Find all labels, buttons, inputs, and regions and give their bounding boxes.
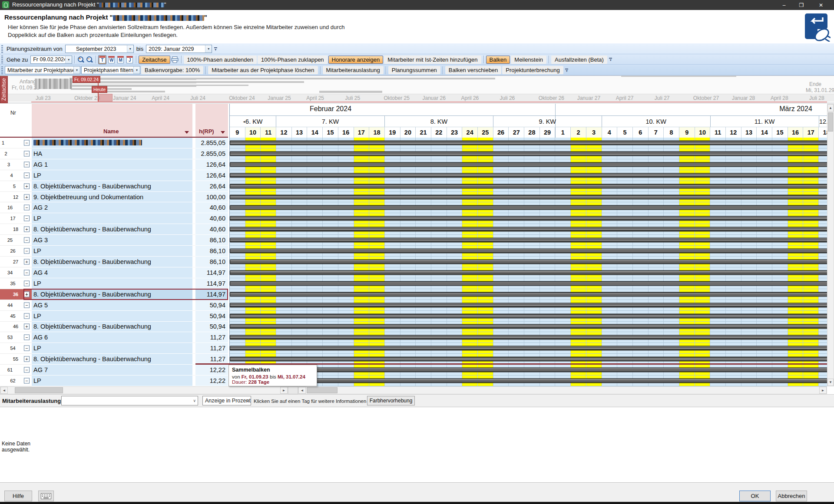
row-name-cell[interactable]: 8. Objektüberwachung - Bauüberwachung — [32, 181, 192, 192]
dropdown-arrow-icon[interactable]: ▾ — [73, 66, 80, 74]
filter-phases-combobox[interactable]: Projektphasen filtern▾ — [81, 66, 140, 74]
row-hours-cell[interactable]: 12,22 — [195, 376, 228, 386]
gantt-row[interactable] — [230, 289, 827, 300]
row-name-cell[interactable]: LP — [32, 376, 192, 386]
row-number-cell[interactable]: 25− — [0, 235, 32, 246]
summary-bar[interactable] — [230, 184, 827, 188]
gantt-day-header-cell[interactable]: 18 — [819, 127, 827, 138]
gantt-week-cell[interactable]: 7. KW — [276, 116, 385, 127]
row-number-cell[interactable]: 46+ — [0, 322, 32, 333]
gantt-day-header-cell[interactable]: 24 — [462, 127, 478, 138]
gantt-week-cell[interactable]: ◂6. KW — [230, 116, 276, 127]
scrollbar-thumb[interactable] — [15, 387, 63, 393]
goto-date-combobox[interactable]: Fr 09.02.2024▾ — [30, 56, 72, 64]
gantt-day-header-cell[interactable]: 14 — [757, 127, 772, 138]
summary-bar[interactable] — [230, 303, 827, 307]
gantt-row[interactable] — [230, 138, 827, 148]
row-number-cell[interactable]: 17− — [0, 213, 32, 224]
gantt-week-cell[interactable]: 11. KW — [711, 116, 819, 127]
row-hours-cell[interactable]: 114,97 — [195, 267, 228, 278]
toolbar-grip[interactable] — [1, 56, 3, 63]
gantt-day-header-cell[interactable]: 27 — [509, 127, 524, 138]
scroll-down-icon[interactable]: ▼ — [827, 379, 834, 386]
gantt-day-header-cell[interactable]: 12 — [276, 127, 292, 138]
gantt-day-header-cell[interactable]: 5 — [617, 127, 633, 138]
toolbar-overflow-icon[interactable] — [564, 66, 569, 74]
expand-icon[interactable]: + — [24, 324, 30, 329]
row-name-cell[interactable]: 8. Objektüberwachung - Bauüberwachung — [32, 257, 192, 267]
bar-mode-toggle-button[interactable]: Balken — [486, 56, 510, 64]
summary-bar[interactable] — [230, 140, 827, 145]
zoom-out-button[interactable]: − — [86, 56, 93, 63]
row-name-cell[interactable]: AG 1 — [32, 159, 192, 170]
hours-column-header[interactable]: h(RP) — [195, 104, 228, 137]
row-name-cell[interactable]: AG 7 — [32, 365, 192, 376]
ok-button[interactable]: OK — [739, 491, 771, 501]
row-number-cell[interactable]: 45− — [0, 311, 32, 322]
gantt-day-header-cell[interactable]: 9 — [679, 127, 695, 138]
expand-icon[interactable]: + — [24, 227, 30, 232]
gantt-day-header-cell[interactable]: 17 — [354, 127, 370, 138]
gantt-row[interactable] — [230, 181, 827, 192]
summary-bar[interactable] — [230, 216, 827, 221]
print-icon[interactable] — [171, 56, 179, 63]
bar-default-button[interactable]: Balkenvorgabe: 100% — [141, 66, 203, 74]
summary-bar[interactable] — [230, 379, 827, 383]
gantt-day-header-cell[interactable]: 21 — [416, 127, 431, 138]
delete-employee-from-phase-button[interactable]: Mitarbeiter aus der Projektphase löschen — [208, 66, 318, 74]
overview-visible-range-indicator[interactable] — [98, 94, 113, 102]
gantt-day-header-cell[interactable]: 13 — [292, 127, 308, 138]
row-name-cell[interactable]: LP — [32, 278, 192, 289]
collapse-icon[interactable]: − — [24, 270, 30, 275]
show-fees-toggle-button[interactable]: Honorare anzeigen — [328, 56, 384, 64]
row-name-cell[interactable] — [32, 138, 192, 148]
row-hours-cell[interactable]: 114,97 — [195, 289, 228, 300]
summary-bar[interactable] — [230, 227, 827, 232]
downtime-beta-button[interactable]: Ausfallzeiten (Beta) — [551, 56, 607, 64]
row-number-cell[interactable]: 1− — [0, 138, 32, 148]
collapse-icon[interactable]: − — [24, 216, 30, 221]
row-name-cell[interactable]: 9. Objektbetreuung und Dokumentation — [32, 192, 192, 203]
move-bars-button[interactable]: Balken verschieben — [445, 66, 501, 74]
sort-arrow-icon[interactable] — [221, 131, 225, 134]
gantt-day-header-cell[interactable]: 14 — [307, 127, 323, 138]
gantt-row[interactable] — [230, 170, 827, 181]
employee-to-phase-combobox[interactable]: Mitarbeiter zur Projektphase▾ — [5, 66, 80, 74]
gantt-day-header-cell[interactable]: 15 — [323, 127, 338, 138]
summary-bar[interactable] — [230, 151, 827, 156]
gantt-day-header-cell[interactable]: 11 — [710, 127, 726, 138]
gantt-day-header-cell[interactable]: 10 — [245, 127, 261, 138]
table-horizontal-scrollbar[interactable]: ◄ ► — [0, 386, 288, 394]
dropdown-arrow-icon[interactable]: ∨ — [246, 399, 249, 403]
summary-bar[interactable] — [230, 249, 827, 254]
gantt-day-header-cell[interactable]: 6 — [633, 127, 649, 138]
summary-bar[interactable] — [230, 324, 827, 329]
gantt-row[interactable] — [230, 365, 827, 376]
row-number-cell[interactable]: 62− — [0, 376, 32, 386]
collapse-100-phases-button[interactable]: 100%-Phasen zuklappen — [258, 56, 328, 64]
keyboard-button[interactable] — [38, 491, 54, 501]
expand-icon[interactable]: + — [24, 356, 30, 362]
gantt-day-header-cell[interactable]: 23 — [447, 127, 463, 138]
gantt-day-header-cell[interactable]: 28 — [524, 127, 540, 138]
gantt-row[interactable] — [230, 159, 827, 170]
row-number-cell[interactable]: 26− — [0, 246, 32, 257]
gantt-row[interactable] — [230, 332, 827, 343]
row-name-cell[interactable]: 8. Objektüberwachung - Bauüberwachung — [32, 354, 192, 365]
row-hours-cell[interactable]: 86,10 — [195, 246, 228, 257]
row-hours-cell[interactable]: 50,94 — [195, 311, 228, 322]
view-year-button[interactable]: J — [126, 55, 134, 64]
collapse-icon[interactable]: − — [24, 313, 30, 319]
cancel-button[interactable]: Abbrechen — [776, 491, 807, 501]
dropdown-arrow-icon[interactable]: ▾ — [205, 45, 212, 53]
restore-button[interactable]: ❐ — [793, 0, 810, 10]
gantt-day-header-cell[interactable]: 17 — [803, 127, 819, 138]
row-number-cell[interactable]: 35− — [0, 278, 32, 289]
gantt-day-header-cell[interactable]: 7 — [649, 127, 664, 138]
gantt-day-header-cell[interactable]: 26 — [493, 127, 509, 138]
summary-bar[interactable] — [230, 313, 827, 318]
row-name-cell[interactable]: AG 6 — [32, 332, 192, 343]
collapse-icon[interactable]: − — [24, 367, 30, 373]
collapse-icon[interactable]: − — [24, 140, 30, 145]
row-hours-cell[interactable]: 126,64 — [195, 170, 228, 181]
